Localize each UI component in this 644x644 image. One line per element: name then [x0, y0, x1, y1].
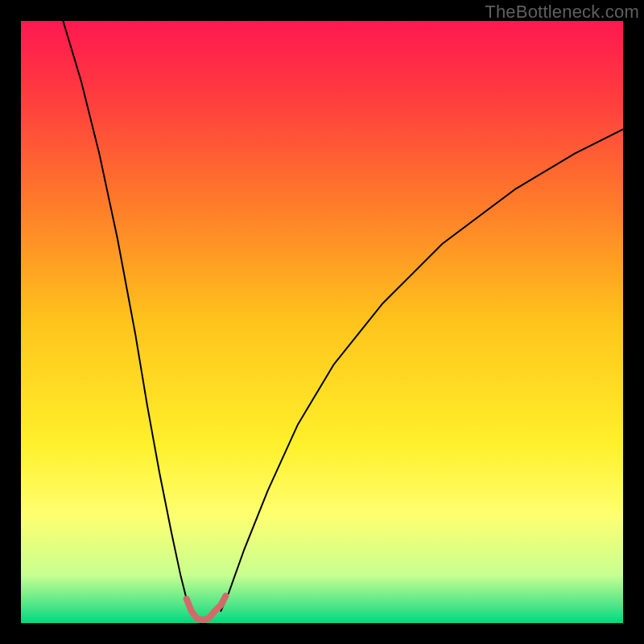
- gradient-background: [21, 21, 623, 623]
- bottleneck-chart: [21, 21, 623, 623]
- watermark-text: TheBottleneck.com: [485, 2, 639, 23]
- chart-frame: [21, 21, 623, 623]
